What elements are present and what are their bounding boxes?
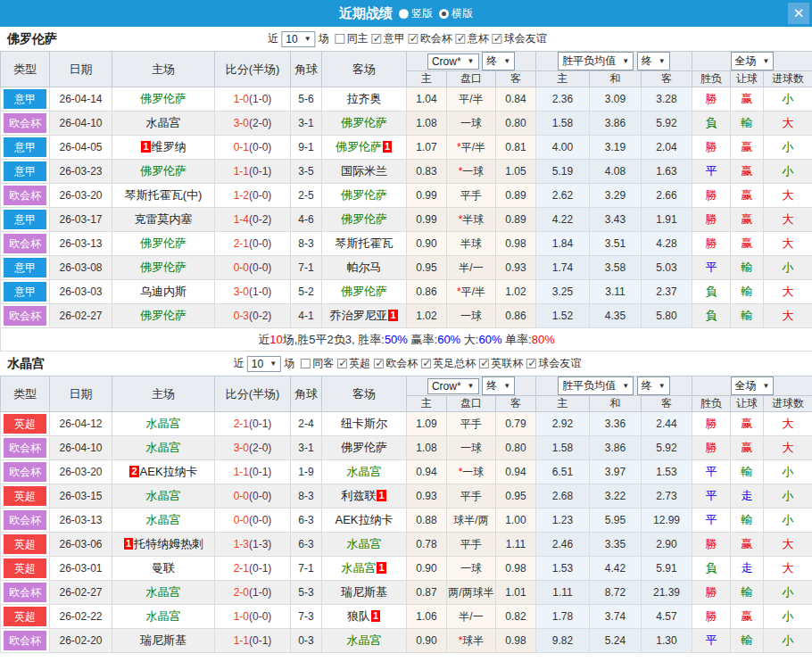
- match-row: 意甲26-04-14佛罗伦萨1-0(1-0)5-6拉齐奥1.04平/半0.842…: [1, 87, 812, 112]
- same-venue-checkbox[interactable]: 同主: [336, 31, 369, 46]
- league-filter-checkbox[interactable]: 英足总杯: [421, 356, 476, 371]
- match-row: 英超26-02-22水晶宫1-0(0-0)7-3狼队11.06半/一0.821.…: [1, 605, 812, 629]
- checkbox-checked-icon[interactable]: [337, 359, 347, 368]
- league-filter-checkbox[interactable]: 球会友谊: [526, 356, 581, 371]
- cell-home-odds: 0.90: [407, 232, 447, 256]
- checkbox-checked-icon[interactable]: [409, 34, 418, 44]
- layout-option-vertical[interactable]: 竖版: [399, 6, 433, 21]
- cell-date: 26-03-20: [50, 460, 112, 484]
- checkbox-checked-icon[interactable]: [374, 359, 384, 368]
- same-venue-checkbox[interactable]: 同客: [301, 356, 334, 371]
- league-filter-checkbox[interactable]: 英联杯: [479, 356, 523, 371]
- sub-header-lose: 客: [642, 71, 692, 87]
- cell-handicap: *一球: [447, 160, 496, 184]
- cell-draw-odds: 5.24: [590, 629, 642, 653]
- cell-draw-odds: 3.19: [590, 136, 642, 160]
- cell-lose-odds: 3.28: [642, 87, 692, 112]
- team-filter-bar: 水晶宫 近10▼场同客英超欧会杯英足总杯英联杯球会友谊: [0, 352, 812, 376]
- odds-company-select[interactable]: Crow*▼: [427, 378, 479, 394]
- match-row: 欧会杯26-04-10水晶宫3-0(2-0)3-1佛罗伦萨1.08一球0.801…: [1, 112, 812, 136]
- sub-header-result: 胜负: [692, 71, 731, 87]
- radio-icon[interactable]: [399, 9, 409, 19]
- games-label: 场: [284, 356, 294, 371]
- cell-home-team: 佛罗伦萨: [112, 256, 215, 280]
- scope-group-header: 全场▼: [692, 52, 812, 71]
- match-row: 欧会杯26-02-20瑞尼斯基1-1(0-1)0-3水晶宫0.90*球半0.98…: [1, 629, 812, 653]
- chevron-down-icon: ▼: [622, 57, 629, 65]
- cell-score: 1-2(0-0): [215, 184, 291, 208]
- radio-checked-icon[interactable]: [439, 9, 449, 19]
- cell-handicap: 半/一: [447, 605, 496, 629]
- checkbox-checked-icon[interactable]: [456, 34, 466, 44]
- sub-header-win: 主: [536, 396, 590, 412]
- cell-win-odds: 2.92: [536, 412, 590, 436]
- cell-league-type: 意甲: [1, 208, 50, 232]
- cell-win-odds: 1.58: [536, 112, 590, 136]
- europe-odds-select[interactable]: 胜平负均值▼: [558, 52, 634, 70]
- close-icon[interactable]: ✕: [788, 3, 809, 24]
- red-card-badge: 1: [377, 490, 385, 501]
- checkbox-icon[interactable]: [301, 359, 311, 368]
- cell-win-odds: 2.68: [536, 484, 590, 509]
- league-filter-checkbox[interactable]: 欧会杯: [374, 356, 418, 371]
- league-filter-checkbox[interactable]: 英超: [337, 356, 370, 371]
- cell-score: 1-1(0-1): [215, 160, 291, 184]
- cell-date: 26-02-27: [50, 581, 112, 605]
- scope-select[interactable]: 全场▼: [731, 52, 775, 70]
- cell-handicap: 平手: [447, 533, 496, 557]
- scope-select[interactable]: 全场▼: [731, 376, 775, 395]
- team-label: 乔治罗尼亚: [329, 309, 387, 322]
- sub-header-goals: 进球数: [764, 71, 812, 87]
- cell-draw-odds: 3.11: [590, 280, 642, 304]
- cell-draw-odds: 3.43: [590, 208, 642, 232]
- cell-corners: 3-1: [291, 436, 322, 460]
- cell-win-odds: 1.52: [536, 304, 590, 328]
- cell-home-odds: 0.88: [407, 509, 447, 533]
- recent-count-select[interactable]: 10▼: [247, 356, 281, 372]
- league-filter-checkbox[interactable]: 意甲: [372, 31, 405, 46]
- match-row: 英超26-03-15水晶宫0-0(0-0)8-3利兹联10.93平手0.952.…: [1, 484, 812, 509]
- odds-time-select[interactable]: 终▼: [482, 376, 515, 395]
- cell-goals-result: 大: [764, 184, 812, 208]
- cell-handicap: *半球: [447, 208, 496, 232]
- handicap-group-header: Crow*▼ 终▼: [407, 52, 536, 71]
- cell-corners: 3-5: [291, 160, 322, 184]
- checkbox-checked-icon[interactable]: [479, 359, 489, 368]
- match-row: 欧会杯26-04-10水晶宫3-0(2-0)3-1佛罗伦萨1.08一球0.801…: [1, 436, 812, 460]
- red-card-badge: 1: [141, 141, 150, 153]
- team-label: 琴斯托霍瓦: [336, 236, 394, 250]
- cell-league-type: 意甲: [1, 87, 50, 112]
- recent-count-select[interactable]: 10▼: [281, 31, 315, 47]
- europe-odds-select[interactable]: 胜平负均值▼: [558, 376, 634, 395]
- checkbox-checked-icon[interactable]: [421, 359, 431, 368]
- europe-time-select[interactable]: 终▼: [637, 52, 670, 70]
- odds-company-select[interactable]: Crow*▼: [427, 54, 479, 70]
- cell-lose-odds: 2.37: [642, 280, 692, 304]
- cell-goals-result: 小: [764, 605, 812, 629]
- cell-handicap: 一球: [447, 436, 496, 460]
- league-filter-checkbox[interactable]: 球会友谊: [493, 31, 547, 46]
- europe-time-select[interactable]: 终▼: [637, 376, 670, 395]
- odds-time-value: 终: [486, 378, 497, 393]
- cell-corners: 7-3: [291, 605, 322, 629]
- cell-league-type: 英超: [1, 557, 50, 581]
- match-row: 欧会杯26-03-202AEK拉纳卡1-1(0-1)1-9水晶宫0.94*一球0…: [1, 460, 812, 484]
- match-row: 欧会杯26-03-13佛罗伦萨2-1(0-0)8-3琴斯托霍瓦0.90半球0.9…: [1, 232, 812, 256]
- checkbox-icon[interactable]: [336, 34, 345, 44]
- checkbox-checked-icon[interactable]: [493, 34, 502, 44]
- cell-away-odds: 1.05: [496, 160, 536, 184]
- league-filter-checkbox[interactable]: 意杯: [456, 31, 489, 46]
- cell-draw-odds: 3.97: [590, 460, 642, 484]
- cell-win-odds: 2.62: [536, 184, 590, 208]
- odds-time-select[interactable]: 终▼: [482, 52, 515, 70]
- team-label: 乌迪内斯: [140, 285, 186, 298]
- cell-home-odds: 0.95: [407, 256, 447, 280]
- checkbox-checked-icon[interactable]: [526, 359, 536, 368]
- league-filter-checkbox[interactable]: 欧会杯: [409, 31, 452, 46]
- checkbox-checked-icon[interactable]: [372, 34, 382, 44]
- cell-handicap: 一球: [447, 557, 496, 581]
- layout-option-horizontal[interactable]: 横版: [439, 6, 473, 21]
- handicap-group-header: Crow*▼ 终▼: [407, 376, 536, 396]
- match-row: 英超26-03-01曼联2-1(0-1)7-1水晶宫10.90一球0.981.5…: [1, 557, 812, 581]
- match-row: 意甲26-03-17克雷莫内塞1-4(0-2)4-6佛罗伦萨0.99*半球0.8…: [1, 208, 812, 232]
